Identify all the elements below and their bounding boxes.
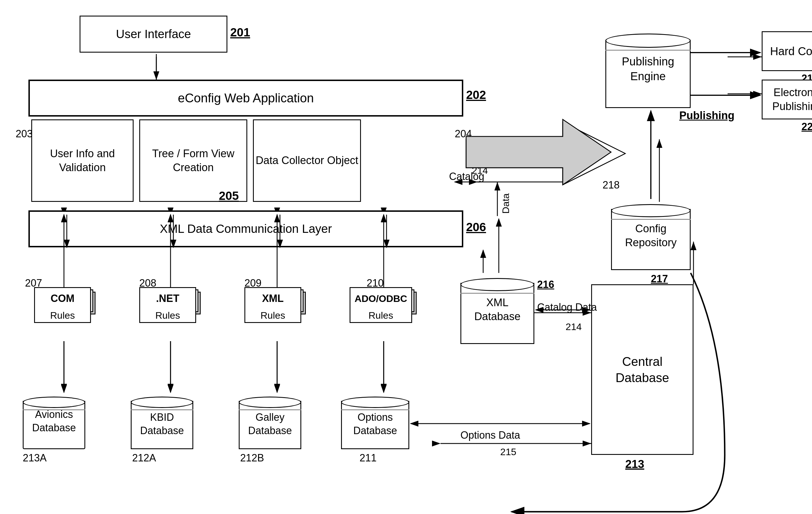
ref-210: 210: [367, 277, 384, 289]
ref-217: 217: [651, 273, 668, 285]
publishing-engine-cylinder: PublishingEngine: [605, 28, 691, 108]
com-rules-box: COM Rules: [34, 287, 97, 338]
ref-209: 209: [244, 277, 261, 289]
ref-213: 213: [625, 458, 644, 470]
options-data-label: Options Data: [460, 429, 520, 441]
ref-205: 205: [219, 189, 239, 203]
ref-211: 211: [359, 452, 377, 464]
config-repo-cylinder: ConfigRepository: [611, 199, 691, 270]
ref-204: 204: [455, 128, 472, 140]
avionics-db-cylinder: AvionicsDatabase: [23, 392, 85, 449]
user-interface-box: User Interface: [80, 16, 227, 53]
xml-rules-box: XML Rules: [244, 287, 307, 338]
ref-220: 220: [802, 121, 812, 133]
hard-copy-box: Hard Copy: [762, 31, 812, 71]
ref-201: 201: [230, 26, 250, 39]
ref-212B: 212B: [240, 452, 264, 464]
catalog-data-label: Catalog Data: [537, 301, 597, 313]
econfig-webapp-box: eConfig Web Application: [28, 80, 463, 117]
data-collector-box: Data Collector Object: [253, 119, 361, 202]
electronic-publishing-box: Electronic Publishing: [762, 80, 812, 119]
net-rules-box: .NET Rules: [139, 287, 202, 338]
ref-213A: 213A: [23, 452, 47, 464]
ref-202: 202: [466, 88, 486, 102]
ref-206: 206: [466, 220, 486, 234]
ref-216: 216: [537, 279, 554, 290]
xml-db-cylinder: XMLDatabase: [460, 273, 534, 344]
ado-odbc-rules-box: ADO/ODBC Rules: [350, 287, 418, 338]
ref-207: 207: [25, 277, 42, 289]
ref-203: 203: [16, 128, 33, 140]
options-db-cylinder: OptionsDatabase: [341, 392, 409, 449]
user-info-validation-box: User Info and Validation: [31, 119, 134, 202]
ref-215: 215: [500, 446, 516, 457]
ref-208: 208: [139, 277, 156, 289]
xml-data-comm-box: XML Data Communication Layer: [28, 210, 463, 247]
ref-214a: 214: [472, 165, 488, 176]
ref-publishing: Publishing: [679, 110, 734, 122]
central-db-box: CentralDatabase: [591, 284, 694, 455]
ref-214b: 214: [566, 321, 582, 332]
ref-212A: 212A: [132, 452, 156, 464]
ref-218: 218: [603, 179, 619, 191]
kbid-db-cylinder: KBIDDatabase: [131, 392, 193, 449]
galley-db-cylinder: GalleyDatabase: [239, 392, 301, 449]
data-label: Data: [500, 193, 511, 214]
